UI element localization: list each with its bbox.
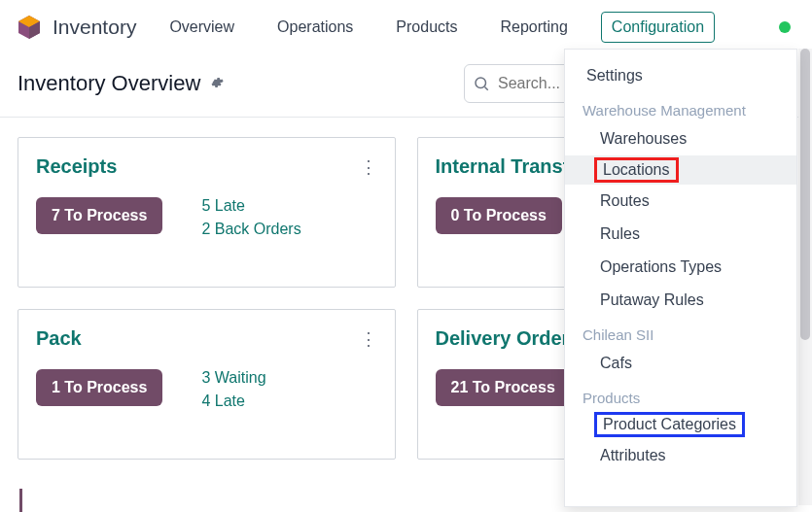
- card-link-late[interactable]: 4 Late: [201, 393, 265, 410]
- card-title[interactable]: Pack: [36, 327, 82, 350]
- brand[interactable]: Inventory: [16, 14, 136, 41]
- nav-products[interactable]: Products: [386, 13, 467, 42]
- svg-line-4: [484, 86, 487, 89]
- kebab-icon[interactable]: ⋮: [360, 330, 377, 348]
- page-title: Inventory Overview: [18, 71, 200, 96]
- dd-routes[interactable]: Routes: [565, 185, 796, 218]
- card-receipts: Receipts ⋮ 7 To Process 5 Late 2 Back Or…: [18, 137, 396, 288]
- kebab-icon[interactable]: ⋮: [360, 158, 377, 176]
- card-stub: [19, 489, 22, 512]
- configuration-dropdown: Settings Warehouse Management Warehouses…: [564, 49, 797, 507]
- to-process-button[interactable]: 7 To Process: [36, 197, 162, 234]
- dd-attributes[interactable]: Attributes: [565, 439, 796, 472]
- card-link-waiting[interactable]: 3 Waiting: [201, 369, 265, 387]
- dd-product-categories[interactable]: Product Categories: [594, 412, 745, 437]
- dd-section-chilean: Chilean SII: [565, 317, 796, 347]
- to-process-button[interactable]: 0 To Process: [436, 197, 562, 234]
- nav-operations[interactable]: Operations: [267, 13, 363, 42]
- dd-warehouses[interactable]: Warehouses: [565, 122, 796, 155]
- dd-cafs[interactable]: Cafs: [565, 347, 796, 380]
- nav-configuration[interactable]: Configuration: [601, 12, 715, 43]
- dd-product-categories-row[interactable]: Product Categories: [565, 410, 796, 439]
- dd-section-products: Products: [565, 380, 796, 410]
- search-icon: [473, 75, 490, 92]
- dd-locations[interactable]: Locations: [594, 157, 679, 183]
- nav-reporting[interactable]: Reporting: [490, 13, 577, 42]
- logo-icon: [16, 14, 43, 41]
- card-link-late[interactable]: 5 Late: [201, 197, 300, 215]
- card-pack: Pack ⋮ 1 To Process 3 Waiting 4 Late: [18, 309, 396, 460]
- to-process-button[interactable]: 1 To Process: [36, 369, 162, 406]
- status-indicator[interactable]: [779, 21, 791, 33]
- dd-settings[interactable]: Settings: [565, 59, 796, 92]
- brand-text: Inventory: [53, 16, 136, 39]
- dd-operations-types[interactable]: Operations Types: [565, 251, 796, 284]
- dd-rules[interactable]: Rules: [565, 218, 796, 251]
- scrollbar-thumb[interactable]: [800, 49, 810, 340]
- top-nav: Inventory Overview Operations Products R…: [0, 0, 812, 54]
- gear-icon[interactable]: [210, 76, 224, 92]
- svg-point-3: [476, 78, 486, 88]
- card-link-backorders[interactable]: 2 Back Orders: [201, 221, 300, 238]
- dd-locations-row[interactable]: Locations: [565, 155, 796, 185]
- scrollbar[interactable]: [798, 49, 812, 505]
- nav-overview[interactable]: Overview: [159, 13, 244, 42]
- card-title[interactable]: Receipts: [36, 155, 117, 178]
- card-title[interactable]: Delivery Orders: [436, 327, 581, 350]
- to-process-button[interactable]: 21 To Process: [436, 369, 571, 406]
- dd-putaway-rules[interactable]: Putaway Rules: [565, 284, 796, 317]
- dd-section-warehouse: Warehouse Management: [565, 92, 796, 122]
